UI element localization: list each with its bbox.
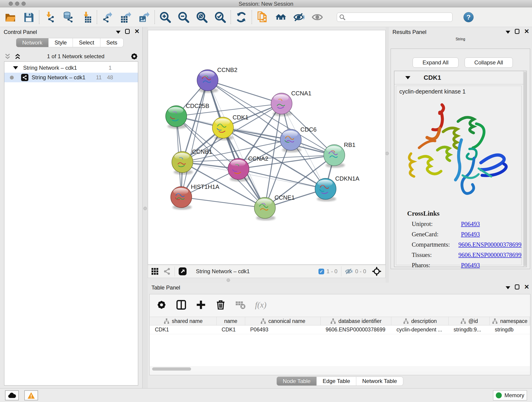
crosslink-link[interactable]: P06493 (461, 262, 480, 269)
network-node-CCNA2[interactable]: CCNA2 (228, 155, 268, 182)
detach-view-icon[interactable] (178, 267, 187, 275)
hide-eye-icon[interactable] (293, 11, 305, 23)
splitter-knob-icon[interactable] (227, 279, 230, 282)
network-edge[interactable] (208, 80, 282, 104)
network-node-CDK1[interactable]: CDK1 (212, 114, 248, 140)
bottom-splitter[interactable] (148, 278, 386, 283)
node-section-header[interactable]: CDK1 (394, 71, 523, 84)
zoom-fit-icon[interactable] (196, 11, 208, 23)
network-edge[interactable] (181, 197, 265, 208)
save-icon[interactable] (22, 11, 35, 23)
grid-view-icon[interactable] (151, 268, 158, 275)
tab-network-table[interactable]: Network Table (356, 376, 403, 386)
panel-float-icon[interactable] (515, 284, 519, 289)
network-node-CCNB1[interactable]: CCNB1 (172, 148, 212, 175)
help-button[interactable]: ? (463, 12, 474, 22)
tab-style[interactable]: Style (49, 38, 73, 47)
table-cell[interactable]: CDK1 (150, 325, 216, 334)
import-table-icon[interactable] (80, 11, 93, 23)
column-header-name[interactable]: name (216, 317, 245, 325)
column-header-canonical-name[interactable]: canonical name (245, 317, 321, 325)
expand-all-icon[interactable] (14, 53, 21, 60)
panel-minimize-icon[interactable] (506, 286, 510, 289)
table-horizontal-scrollbar[interactable] (150, 367, 530, 371)
panel-close-icon[interactable]: ✕ (524, 284, 529, 289)
tab-string[interactable]: String (456, 37, 465, 41)
tab-select[interactable]: Select (73, 38, 100, 47)
table-cell[interactable]: stringdb:9... (449, 325, 490, 334)
table-cell[interactable]: 9606.ENSP00000378699 (321, 325, 391, 334)
delete-column-icon[interactable] (215, 300, 226, 310)
search-box[interactable] (337, 13, 452, 22)
network-node-CCNA1[interactable]: CCNA1 (271, 90, 311, 116)
network-node-CDKN1A[interactable]: CDKN1A (315, 175, 360, 201)
import-network-icon[interactable] (44, 11, 56, 23)
expand-all-button[interactable]: Expand All (413, 57, 458, 68)
panel-minimize-icon[interactable] (506, 31, 510, 34)
open-folder-icon[interactable] (4, 11, 17, 23)
home-icon[interactable] (274, 11, 287, 23)
network-canvas[interactable]: CCNB2CCNA1CDC25BCDK1CDC6RB1CCNB1CCNA2CDK… (148, 30, 386, 265)
disclosure-triangle-icon[interactable] (405, 76, 410, 79)
splitter-knob-icon[interactable] (385, 152, 389, 155)
table-cell[interactable]: cyclin-dependent ... (391, 325, 448, 334)
tab-node-table[interactable]: Node Table (277, 376, 317, 386)
network-node-RB1[interactable]: RB1 (324, 141, 355, 168)
column-header-@id[interactable]: @id (449, 317, 490, 325)
panel-float-icon[interactable] (125, 29, 130, 34)
crosslink-link[interactable]: P06493 (461, 231, 480, 238)
disclosure-triangle-icon[interactable] (13, 66, 18, 70)
results-scrollbar[interactable] (523, 71, 526, 267)
delete-table-icon[interactable] (235, 300, 245, 310)
tab-edge-table[interactable]: Edge Table (317, 376, 356, 386)
network-node-CCNB2[interactable]: CCNB2 (197, 66, 237, 93)
panel-minimize-icon[interactable] (116, 31, 120, 34)
cloud-button[interactable] (5, 390, 19, 400)
export-network-icon[interactable] (101, 11, 114, 23)
network-edge[interactable] (181, 80, 208, 197)
panel-close-icon[interactable]: ✕ (134, 29, 139, 34)
show-eye-icon[interactable] (311, 11, 323, 23)
zoom-selected-icon[interactable] (214, 11, 226, 23)
column-header-shared-name[interactable]: shared name (150, 317, 216, 325)
panel-close-icon[interactable]: ✕ (524, 29, 529, 34)
collapse-all-button[interactable]: Collapse All (465, 57, 513, 68)
search-input[interactable] (345, 13, 450, 21)
network-overview-icon[interactable] (163, 268, 171, 275)
table-row[interactable]: CDK1CDK1P064939606.ENSP00000378699cyclin… (150, 325, 530, 334)
gear-icon[interactable] (130, 52, 138, 60)
network-node-CDC25B[interactable]: CDC25B (166, 102, 209, 129)
network-edge[interactable] (223, 128, 334, 155)
tab-network[interactable]: Network (16, 38, 49, 47)
right-splitter[interactable] (386, 27, 389, 283)
panel-float-icon[interactable] (515, 29, 519, 34)
add-column-icon[interactable] (196, 300, 206, 310)
zoom-in-icon[interactable] (159, 11, 171, 23)
network-collection-row[interactable]: String Network – cdk1 1 (4, 63, 138, 73)
table-cell[interactable]: stringdb (490, 325, 530, 334)
crosshair-icon[interactable] (372, 267, 381, 276)
collapse-all-icon[interactable] (4, 53, 11, 60)
column-header-namespace[interactable]: namespace (490, 317, 530, 325)
table-settings-gear-icon[interactable] (157, 300, 167, 310)
network-node-CDC6[interactable]: CDC6 (280, 126, 317, 153)
crosslink-link[interactable]: 9606.ENSP00000378699 (458, 241, 521, 248)
copy-document-icon[interactable] (256, 11, 268, 23)
column-header-description[interactable]: description (391, 317, 448, 325)
table-cell[interactable]: CDK1 (216, 325, 245, 334)
zoom-out-icon[interactable] (177, 11, 190, 23)
splitter-knob-icon[interactable] (143, 207, 147, 210)
show-columns-icon[interactable] (176, 300, 186, 310)
table-cell[interactable]: P06493 (245, 325, 321, 334)
refresh-icon[interactable] (235, 11, 247, 23)
memory-button[interactable]: Memory (493, 390, 527, 400)
export-image-icon[interactable] (138, 11, 150, 23)
left-splitter[interactable] (143, 27, 148, 388)
import-database-icon[interactable] (62, 11, 74, 23)
function-builder-icon[interactable]: f(x) (255, 300, 266, 310)
tab-sets[interactable]: Sets (100, 38, 123, 47)
export-table-icon[interactable] (120, 11, 132, 23)
network-row[interactable]: String Network – cdk1 11 48 (4, 73, 138, 82)
crosslink-link[interactable]: 9606.ENSP00000378699 (458, 251, 521, 259)
selected-checkbox-icon[interactable]: ✓ (318, 269, 324, 274)
